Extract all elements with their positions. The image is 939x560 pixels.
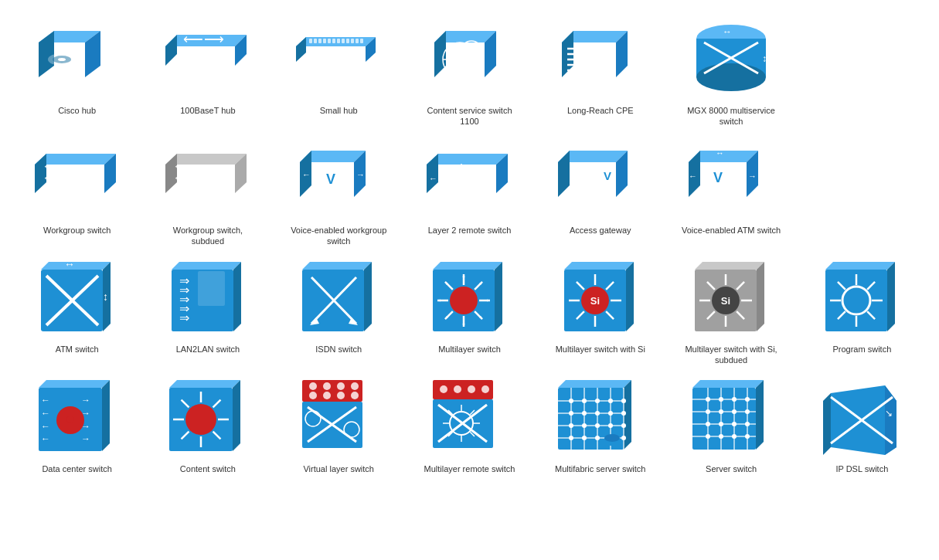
svg-point-256 (719, 434, 723, 439)
svg-point-186 (468, 385, 475, 393)
svg-point-218 (608, 411, 613, 416)
label-workgroup-switch: Workgroup switch (43, 225, 111, 236)
svg-point-232 (604, 434, 620, 442)
svg-point-247 (706, 409, 710, 414)
svg-rect-14 (346, 39, 349, 43)
item-100baset-hub: ⟵ ⟶ 100BaseT hub (146, 15, 269, 127)
svg-text:⟵: ⟵ (183, 32, 203, 47)
svg-point-58 (458, 176, 464, 182)
svg-point-221 (582, 423, 587, 428)
svg-point-175 (323, 392, 331, 399)
svg-point-246 (745, 397, 750, 402)
svg-rect-92 (198, 271, 225, 306)
label-lan2lan-switch: LAN2LAN switch (176, 344, 240, 355)
svg-text:↘: ↘ (885, 408, 893, 419)
svg-point-170 (309, 382, 317, 390)
item-small-hub: ← → Small hub (277, 15, 400, 127)
svg-rect-16 (356, 39, 359, 43)
svg-text:←: ← (41, 433, 50, 444)
label-multilayer-switch-si: Multilayer switch with Si (556, 344, 645, 355)
item-content-switch: Content switch (146, 374, 269, 474)
item-content-service-switch-1100: Content service switch 1100 (408, 15, 531, 127)
svg-point-160 (185, 404, 216, 435)
icon-server-switch (681, 374, 781, 459)
icon-virtual-layer-switch (288, 374, 389, 459)
svg-text:→: → (356, 170, 365, 179)
svg-point-176 (337, 392, 345, 399)
svg-text:●: ● (65, 409, 75, 428)
svg-text:Si: Si (721, 295, 730, 307)
svg-point-250 (745, 409, 750, 414)
label-mgx-8000: MGX 8000 multiservice switch (681, 105, 781, 127)
label-voice-enabled-atm-switch: Voice-enabled ATM switch (682, 225, 781, 236)
svg-text:→: → (81, 395, 90, 406)
label-long-reach-cpe: Long-Reach CPE (567, 105, 634, 116)
label-voice-enabled-workgroup-switch: Voice-enabled workgroup switch (288, 225, 389, 247)
svg-line-60 (469, 186, 472, 189)
item-lan2lan-switch: ⇒⇒⇒⇒⇒ LAN2LAN switch (146, 254, 269, 366)
svg-point-219 (621, 411, 626, 416)
svg-text:↕: ↕ (103, 290, 108, 303)
svg-text:↗: ↗ (846, 379, 854, 390)
svg-point-187 (481, 385, 489, 393)
icon-100baset-hub: ⟵ ⟶ (158, 15, 258, 100)
svg-text:←: ← (43, 183, 53, 195)
label-workgroup-switch-subdued: Workgroup switch, subdued (158, 225, 258, 247)
icon-small-hub: ← → (288, 15, 389, 100)
svg-point-252 (719, 422, 723, 426)
svg-text:→: → (748, 171, 757, 181)
label-isdn-switch: ISDN switch (315, 344, 362, 355)
svg-point-245 (732, 397, 737, 402)
svg-text:→: → (81, 433, 90, 444)
svg-text:←: ← (43, 160, 53, 172)
svg-text:⇒: ⇒ (179, 311, 189, 324)
svg-point-251 (706, 422, 710, 426)
item-data-center-switch: ← → ← → ← → ← → ● Data center switch (15, 374, 138, 474)
svg-point-253 (732, 422, 737, 426)
label-atm-switch: ATM switch (56, 344, 99, 355)
svg-text:→: → (216, 160, 226, 172)
icon-multilayer-remote-switch (419, 374, 519, 459)
svg-text:→: → (85, 183, 96, 195)
svg-point-255 (706, 434, 710, 439)
svg-point-212 (595, 399, 600, 403)
icon-layer2-remote-switch: ← → (419, 135, 519, 220)
svg-point-248 (719, 409, 723, 414)
icon-access-gateway: V (550, 135, 651, 220)
svg-point-254 (745, 422, 750, 426)
svg-rect-7 (314, 39, 317, 43)
svg-point-227 (595, 436, 600, 440)
svg-text:Si: Si (590, 295, 600, 307)
label-content-switch: Content switch (180, 463, 236, 474)
label-data-center-switch: Data center switch (42, 463, 111, 474)
svg-text:→: → (85, 171, 96, 184)
item-isdn-switch: ISDN switch (277, 254, 400, 366)
icon-multilayer-switch-si: Si (550, 254, 651, 339)
svg-text:←: ← (306, 46, 317, 59)
svg-rect-17 (360, 39, 363, 43)
label-100baset-hub: 100BaseT hub (180, 105, 235, 116)
svg-point-35 (696, 63, 766, 91)
label-multilayer-switch: Multilayer switch (438, 344, 501, 355)
label-multilayer-switch-si-subdued: Multilayer switch with Si, subdued (681, 344, 781, 366)
svg-point-215 (569, 411, 573, 416)
svg-point-177 (351, 392, 359, 399)
item-multilayer-switch: Multilayer switch (408, 254, 531, 366)
item-multilayer-switch-si: Si Multilayer switch with Si (539, 254, 662, 366)
icon-long-reach-cpe (550, 15, 651, 100)
svg-text:↔: ↔ (723, 26, 732, 37)
svg-rect-9 (323, 39, 326, 43)
svg-text:→: → (580, 446, 590, 457)
icon-isdn-switch (288, 254, 389, 339)
label-program-switch: Program switch (832, 344, 891, 355)
svg-text:→: → (81, 408, 90, 419)
svg-text:←: ← (429, 174, 437, 183)
icon-mgx-8000: ↔ ↕ ↕ (681, 15, 781, 100)
svg-point-211 (582, 399, 587, 403)
item-mgx-8000: ↔ ↕ ↕ MGX 8000 multiservice switch (669, 15, 792, 127)
label-content-service-switch-1100: Content service switch 1100 (419, 105, 519, 127)
item-ip-dsl-switch: ↗ ↘ IP DSL switch (801, 374, 924, 474)
svg-rect-11 (332, 39, 335, 43)
svg-text:←: ← (41, 421, 50, 432)
svg-point-224 (621, 423, 626, 428)
